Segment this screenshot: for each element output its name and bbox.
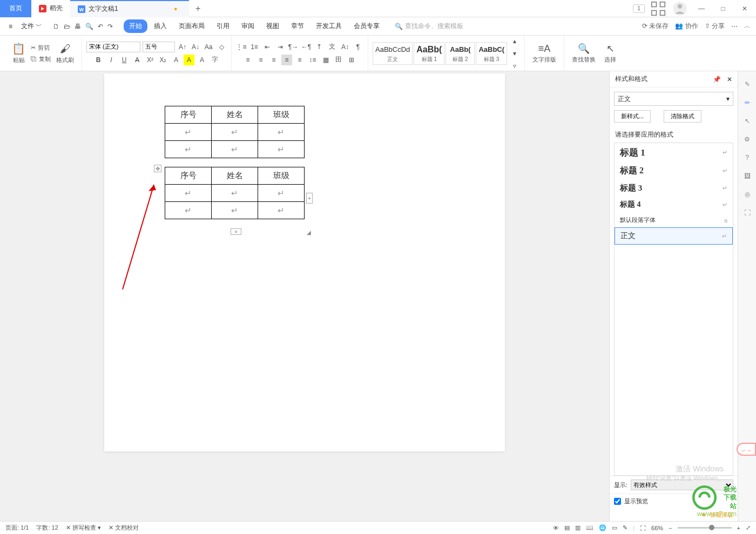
ribbon-tab-devtools[interactable]: 开发工具 (310, 19, 347, 33)
decrease-indent-button[interactable]: ⇤ (262, 42, 273, 52)
font-color-button[interactable]: A (171, 55, 181, 65)
status-doccheck[interactable]: ✕ 文档校对 (109, 524, 139, 532)
floating-assist-icon[interactable]: ᴗ ᴗ (737, 443, 756, 456)
style-list-item[interactable]: 标题 4↵ (615, 197, 733, 213)
style-heading2[interactable]: AaBb(标题 2 (446, 42, 475, 65)
document-table-2[interactable]: 序号 姓名 班级 ↵↵↵ ↵↵↵ (165, 167, 305, 219)
tab-settings-button[interactable]: ⊞ (346, 55, 357, 65)
text-layout-button[interactable]: ≡A文字排版 (529, 43, 559, 64)
bold-button[interactable]: B (93, 55, 104, 65)
strip-settings-icon[interactable]: ⚙ (742, 134, 753, 145)
line-top-button[interactable]: ⤒ (314, 42, 325, 52)
qa-preview-icon[interactable]: 🔍 (85, 23, 93, 30)
ribbon-tab-reference[interactable]: 引用 (211, 19, 235, 33)
zoom-fit-icon[interactable]: ⛶ (640, 525, 646, 531)
italic-button[interactable]: I (106, 55, 117, 65)
preview-checkbox[interactable] (614, 498, 621, 505)
table-cell[interactable]: ↵ (258, 141, 305, 158)
zoom-out-button[interactable]: − (669, 525, 672, 531)
status-words[interactable]: 字数: 12 (36, 524, 58, 532)
new-style-button[interactable]: 新样式... (614, 110, 651, 123)
text-direction-button[interactable]: 文 (327, 42, 338, 52)
borders-button[interactable]: 田 (333, 55, 344, 65)
strip-target-icon[interactable]: ◎ (742, 189, 753, 200)
style-list-item[interactable]: 标题 2↵ (615, 162, 733, 180)
file-menu[interactable]: 文件 ﹀ (18, 20, 45, 32)
copy-button[interactable]: ⿻复制 (31, 54, 51, 64)
table-cell[interactable]: ↵ (258, 124, 305, 141)
style-list-item[interactable]: 标题 1↵ (615, 143, 733, 162)
table-resize-handle-icon[interactable]: ◢ (305, 228, 313, 236)
table-cell[interactable]: ↵ (212, 185, 258, 202)
share-button[interactable]: ⇧ 分享 (705, 22, 725, 31)
styles-more-icon[interactable]: ▿ (509, 60, 520, 71)
numbering-button[interactable]: 1≡ (249, 42, 260, 52)
ribbon-tab-view[interactable]: 视图 (261, 19, 285, 33)
apps-grid-icon[interactable] (650, 1, 666, 16)
zoom-slider[interactable] (678, 527, 732, 529)
page-view-icon[interactable]: ▤ (564, 524, 570, 531)
paste-button[interactable]: 📋 粘贴 (9, 42, 29, 64)
ribbon-tab-section[interactable]: 章节 (286, 19, 309, 33)
qa-new-icon[interactable]: 🗋 (53, 23, 59, 30)
collapse-ribbon-icon[interactable]: ︿ (744, 22, 751, 31)
status-spellcheck[interactable]: ✕ 拼写检查 ▾ (66, 524, 101, 532)
table-cell[interactable]: ↵ (165, 202, 212, 219)
table-add-row-icon[interactable]: + (231, 228, 241, 235)
styles-down-icon[interactable]: ▾ (509, 48, 520, 59)
style-list-item[interactable]: 标题 3↵ (615, 180, 733, 197)
align-justify-button[interactable]: ≡ (281, 55, 292, 65)
table-header-cell[interactable]: 班级 (258, 167, 305, 185)
clear-format-icon[interactable]: ◇ (216, 42, 227, 52)
qa-print-icon[interactable]: 🖶 (75, 23, 81, 30)
table-cell[interactable]: ↵ (258, 202, 305, 219)
strikethrough-button[interactable]: A̶ (132, 55, 143, 65)
style-list-item[interactable]: 默认段落字体a (615, 213, 733, 227)
align-left-button[interactable]: ≡ (242, 55, 253, 65)
table-header-cell[interactable]: 序号 (165, 106, 212, 124)
increase-indent-button[interactable]: ⇥ (275, 42, 286, 52)
badge-1-icon[interactable]: 1 (633, 4, 645, 13)
clear-format-button[interactable]: 清除格式 (664, 110, 701, 123)
font-family-select[interactable] (86, 42, 140, 52)
strip-cursor-icon[interactable]: ↖ (742, 116, 753, 126)
table-cell[interactable]: ↵ (212, 141, 258, 158)
show-marks-button[interactable]: ¶ (353, 42, 363, 52)
find-replace-button[interactable]: 🔍查找替换 (569, 43, 599, 64)
superscript-button[interactable]: X² (145, 55, 156, 65)
strip-edit-icon[interactable]: ✏ (742, 97, 753, 108)
table-add-col-icon[interactable]: + (306, 193, 313, 204)
ltr-button[interactable]: ¶→ (288, 42, 299, 52)
show-filter-select[interactable]: 有效样式 (631, 479, 733, 490)
ribbon-tab-insert[interactable]: 插入 (148, 19, 172, 33)
table-cell[interactable]: ↵ (212, 202, 258, 219)
table-move-handle-icon[interactable]: ✥ (154, 165, 161, 172)
zoom-thumb[interactable] (709, 525, 714, 530)
strip-expand-icon[interactable]: ⛶ (742, 207, 753, 218)
pin-icon[interactable]: 📌 (713, 76, 721, 83)
ribbon-tab-member[interactable]: 会员专享 (348, 19, 385, 33)
table-header-cell[interactable]: 姓名 (212, 167, 258, 185)
zoom-in-button[interactable]: + (737, 525, 740, 531)
smart-layout-button[interactable]: ★ 智能排版 (610, 509, 738, 521)
shrink-font-icon[interactable]: A↓ (190, 42, 201, 52)
more-menu-icon[interactable]: ⋯ (731, 23, 738, 30)
table-cell[interactable]: ↵ (165, 185, 212, 202)
highlight-button[interactable]: A (184, 55, 194, 65)
style-normal[interactable]: AaBbCcDd正文 (373, 42, 413, 65)
ribbon-tab-review[interactable]: 审阅 (236, 19, 260, 33)
font-size-select[interactable] (143, 42, 175, 52)
font-shading-button[interactable]: A (197, 55, 207, 65)
qa-undo-icon[interactable]: ↶ (98, 23, 103, 30)
style-heading1[interactable]: AaBb(标题 1 (414, 42, 444, 65)
style-heading3[interactable]: AaBbC(标题 3 (476, 42, 507, 65)
minimize-button[interactable]: — (693, 1, 710, 16)
table-cell[interactable]: ↵ (212, 124, 258, 141)
maximize-button[interactable]: □ (715, 1, 731, 16)
outline-view-icon[interactable]: ▥ (575, 524, 580, 531)
table-header-cell[interactable]: 姓名 (212, 106, 258, 124)
table-header-cell[interactable]: 序号 (165, 167, 212, 185)
panel-close-icon[interactable]: ✕ (727, 76, 732, 83)
focus-view-icon[interactable]: ▭ (612, 524, 617, 531)
status-page[interactable]: 页面: 1/1 (5, 524, 29, 532)
